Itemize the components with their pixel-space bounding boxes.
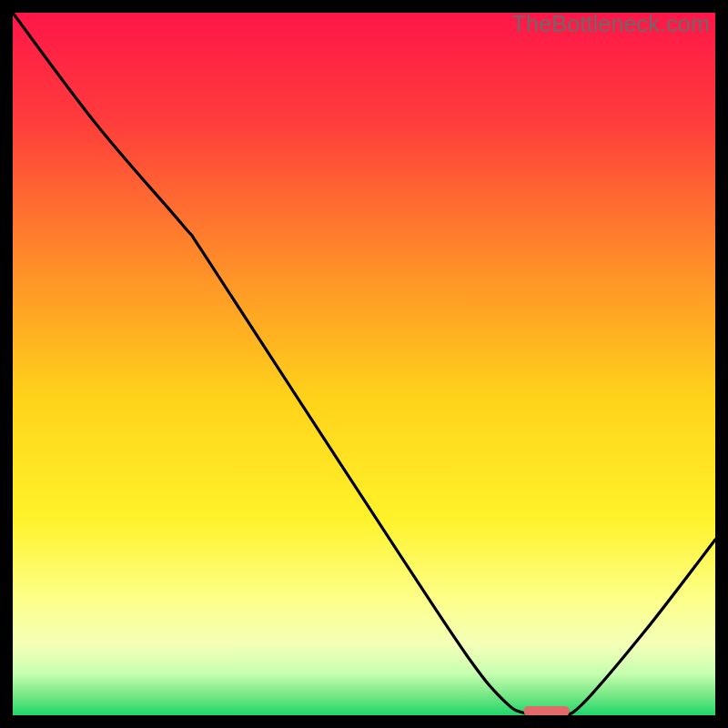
watermark-text: TheBottleneck.com [512, 11, 710, 37]
optimal-marker [524, 706, 570, 715]
chart-frame: TheBottleneck.com [13, 13, 715, 715]
gradient-bg [13, 13, 715, 715]
bottleneck-chart [13, 13, 715, 715]
